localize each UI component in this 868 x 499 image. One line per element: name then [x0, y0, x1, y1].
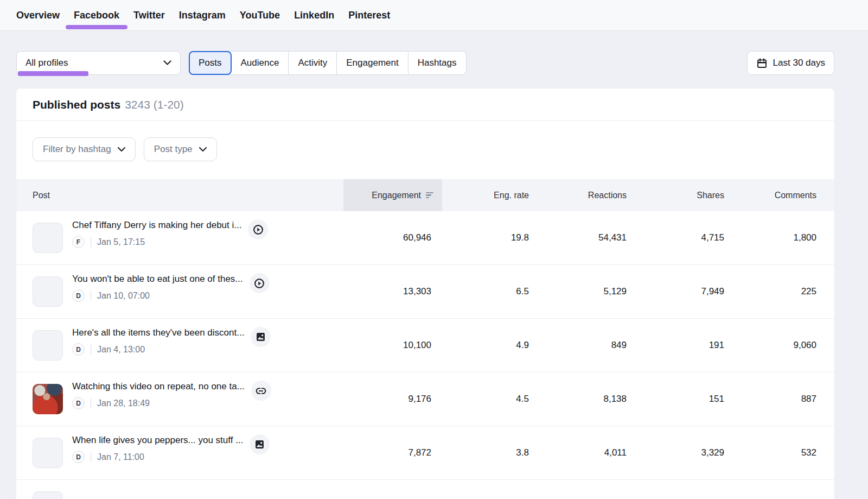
post-thumbnail[interactable]: [33, 330, 63, 361]
profile-badge: F: [72, 236, 85, 248]
post-thumbnail[interactable]: [33, 384, 63, 414]
profile-badge: D: [72, 343, 85, 356]
post-title[interactable]: Chef Tiffany Derry is making her debut i…: [72, 219, 241, 232]
profile-badge: D: [72, 397, 85, 409]
calendar-icon: [756, 58, 768, 69]
nav-tab-linkedin[interactable]: LinkedIn: [294, 1, 334, 30]
video-icon: [248, 219, 268, 239]
reactions-value: 54,431: [540, 232, 637, 243]
nav-tab-twitter[interactable]: Twitter: [133, 1, 165, 30]
eng-rate-value: 4.5: [442, 394, 540, 405]
video-icon: [250, 273, 270, 293]
image-icon: [250, 434, 270, 454]
engagement-value: 9,176: [343, 394, 442, 405]
tab-activity[interactable]: Activity: [288, 52, 336, 74]
column-header-reactions[interactable]: Reactions: [540, 191, 637, 200]
panel-count: 3243 (1-20): [125, 98, 184, 111]
profile-selector-value: All profiles: [25, 58, 68, 68]
table-row: You won't be able to eat just one of the…: [16, 265, 834, 319]
post-date: Jan 5, 17:15: [97, 237, 145, 247]
post-title[interactable]: Here's all the items they've been discon…: [72, 326, 244, 339]
eng-rate-value: 19.8: [442, 232, 540, 243]
image-icon: [251, 327, 271, 347]
shares-value: 151: [637, 394, 735, 405]
post-date: Jan 10, 07:00: [97, 291, 150, 301]
column-header-post[interactable]: Post: [16, 191, 343, 200]
report-tabs: Posts Audience Activity Engagement Hasht…: [189, 51, 467, 75]
nav-tab-youtube[interactable]: YouTube: [240, 1, 280, 30]
panel-title: Published posts: [33, 98, 120, 111]
nav-tab-facebook[interactable]: Facebook: [74, 1, 119, 30]
post-title[interactable]: When life gives you peppers... you stuff…: [72, 434, 243, 447]
post-thumbnail[interactable]: [33, 276, 63, 307]
post-title[interactable]: You won't be able to eat just one of the…: [72, 273, 243, 286]
column-header-comments[interactable]: Comments: [735, 191, 834, 200]
nav-tab-pinterest[interactable]: Pinterest: [348, 1, 390, 30]
column-header-shares[interactable]: Shares: [637, 191, 735, 200]
posts-table: Post Engagement Eng. rate Reactions Shar…: [16, 179, 834, 499]
shares-value: 7,949: [637, 286, 735, 297]
post-thumbnail[interactable]: [33, 491, 63, 499]
date-range-label: Last 30 days: [773, 58, 825, 68]
engagement-value: 13,303: [343, 286, 442, 297]
post-type-button[interactable]: Post type: [144, 137, 217, 161]
post-date: Jan 7, 11:00: [97, 452, 144, 462]
tab-engagement[interactable]: Engagement: [336, 52, 407, 74]
table-row: Chef Tiffany Derry is making her debut i…: [16, 211, 834, 265]
table-header: Post Engagement Eng. rate Reactions Shar…: [16, 179, 834, 211]
table-row: When life gives you peppers... you stuff…: [16, 426, 834, 480]
table-row: [16, 480, 834, 499]
comments-value: 532: [735, 447, 834, 458]
active-tab-underline: [66, 25, 127, 29]
eng-rate-value: 4.9: [442, 340, 540, 351]
highlight-underline: [18, 71, 88, 76]
profile-selector[interactable]: All profiles: [16, 51, 181, 75]
filters-bar: Filter by hashtag Post type: [16, 121, 834, 161]
shares-value: 4,715: [637, 232, 735, 243]
post-thumbnail[interactable]: [33, 438, 63, 468]
column-header-eng-rate[interactable]: Eng. rate: [442, 191, 540, 200]
comments-value: 887: [735, 394, 834, 405]
reactions-value: 4,011: [540, 447, 637, 458]
published-posts-panel: Published posts 3243 (1-20) Filter by ha…: [16, 89, 834, 499]
table-row: Here's all the items they've been discon…: [16, 319, 834, 372]
table-row: Watching this video on repeat, no one ta…: [16, 372, 834, 426]
date-range-button[interactable]: Last 30 days: [747, 51, 834, 75]
reactions-value: 5,129: [540, 286, 637, 297]
engagement-value: 7,872: [343, 447, 442, 458]
chevron-down-icon: [118, 147, 125, 152]
column-header-engagement-sorted[interactable]: Engagement: [343, 179, 442, 211]
reactions-value: 849: [540, 340, 637, 351]
nav-tab-instagram[interactable]: Instagram: [179, 1, 226, 30]
post-title[interactable]: Watching this video on repeat, no one ta…: [72, 380, 245, 393]
post-date: Jan 28, 18:49: [97, 399, 150, 408]
engagement-value: 10,100: [343, 340, 442, 351]
platform-nav: Overview Facebook Twitter Instagram YouT…: [0, 0, 868, 31]
eng-rate-value: 6.5: [442, 286, 540, 297]
reactions-value: 8,138: [540, 394, 637, 405]
profile-badge: D: [72, 289, 85, 302]
comments-value: 225: [735, 286, 834, 297]
chevron-down-icon: [199, 147, 207, 152]
nav-tab-overview[interactable]: Overview: [16, 1, 60, 30]
toolbar: All profiles Posts Audience Activity Eng…: [16, 51, 834, 75]
comments-value: 9,060: [735, 340, 834, 351]
tab-hashtags[interactable]: Hashtags: [408, 52, 466, 74]
eng-rate-value: 3.8: [442, 447, 540, 458]
tab-posts[interactable]: Posts: [189, 51, 232, 75]
profile-badge: D: [72, 451, 85, 463]
filter-by-hashtag-button[interactable]: Filter by hashtag: [33, 137, 136, 161]
tab-audience[interactable]: Audience: [232, 52, 289, 74]
post-thumbnail[interactable]: [33, 223, 63, 253]
chevron-down-icon: [163, 60, 171, 66]
link-icon: [251, 381, 271, 401]
comments-value: 1,800: [735, 232, 834, 243]
engagement-value: 60,946: [343, 232, 442, 243]
shares-value: 3,329: [637, 447, 735, 458]
sort-descending-icon: [426, 192, 433, 199]
panel-header: Published posts 3243 (1-20): [16, 89, 834, 121]
post-date: Jan 4, 13:00: [97, 345, 145, 355]
shares-value: 191: [637, 340, 735, 351]
